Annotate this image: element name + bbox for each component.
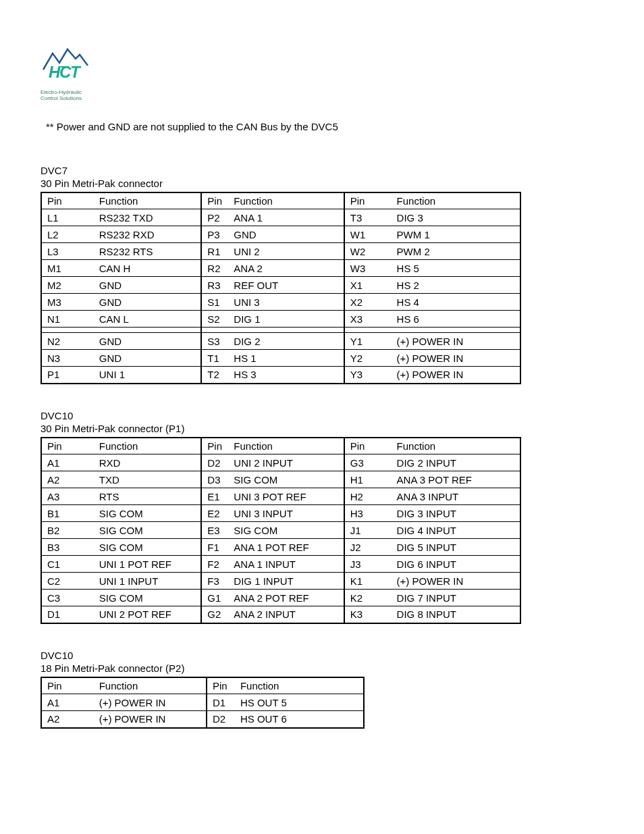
- function-cell: UNI 2 POT REF: [94, 606, 202, 623]
- function-cell: GND: [94, 277, 202, 294]
- pin-cell: H3: [344, 505, 392, 522]
- table-row: A1 RXD D2 UNI 2 INPUT G3 DIG 2 INPUT: [41, 454, 520, 471]
- function-cell: (+) POWER IN: [392, 367, 520, 384]
- function-cell: UNI 2 INPUT: [228, 454, 344, 471]
- header-cell: Pin: [41, 192, 94, 209]
- function-cell: HS 4: [392, 294, 520, 311]
- pin-cell: P3: [201, 226, 228, 243]
- function-cell: REF OUT: [228, 277, 344, 294]
- pin-cell: W2: [344, 243, 392, 260]
- pin-cell: D1: [207, 694, 235, 711]
- function-cell: DIG 1 INPUT: [228, 573, 344, 590]
- pin-cell: E2: [201, 505, 228, 522]
- function-cell: ANA 2: [228, 260, 344, 277]
- pin-cell: D3: [201, 471, 228, 488]
- function-cell: DIG 3 INPUT: [392, 505, 520, 522]
- pin-cell: D1: [41, 606, 94, 623]
- table-row: M2 GND R3 REF OUT X1 HS 2: [41, 277, 520, 294]
- function-cell: PWM 2: [392, 243, 520, 260]
- function-cell: RTS: [94, 488, 202, 505]
- pin-cell: A2: [41, 711, 94, 728]
- function-cell: UNI 1 INPUT: [94, 573, 202, 590]
- function-cell: DIG 1: [228, 311, 344, 328]
- function-cell: RS232 RTS: [94, 243, 202, 260]
- function-cell: ANA 1 POT REF: [228, 539, 344, 556]
- pin-cell: F3: [201, 573, 228, 590]
- table1-subtitle: 30 Pin Metri-Pak connector: [41, 178, 603, 189]
- function-cell: DIG 7 INPUT: [392, 590, 520, 606]
- pin-cell: K3: [344, 606, 392, 623]
- pin-cell: B3: [41, 539, 94, 556]
- header-cell: Pin: [344, 438, 392, 454]
- header-cell: Function: [228, 192, 344, 209]
- function-cell: CAN H: [94, 260, 202, 277]
- pin-cell: S3: [201, 333, 228, 350]
- function-cell: SIG COM: [94, 590, 202, 606]
- function-cell: ANA 1 INPUT: [228, 556, 344, 573]
- pin-cell: G3: [344, 454, 392, 471]
- function-cell: DIG 5 INPUT: [392, 539, 520, 556]
- pin-cell: B1: [41, 505, 94, 522]
- function-cell: (+) POWER IN: [94, 711, 207, 728]
- pin-cell: E1: [201, 488, 228, 505]
- table-row: A2 TXD D3 SIG COM H1 ANA 3 POT REF: [41, 471, 520, 488]
- function-cell: UNI 3: [228, 294, 344, 311]
- logo-tagline-2: Control Solutions: [41, 96, 603, 102]
- function-cell: UNI 1: [94, 367, 202, 384]
- header-cell: Pin: [201, 438, 228, 454]
- function-cell: DIG 8 INPUT: [392, 606, 520, 623]
- function-cell: PWM 1: [392, 226, 520, 243]
- pin-cell: Y1: [344, 333, 392, 350]
- function-cell: (+) POWER IN: [392, 573, 520, 590]
- pin-cell: M3: [41, 294, 94, 311]
- power-note: ** Power and GND are not supplied to the…: [46, 121, 603, 132]
- pin-cell: F2: [201, 556, 228, 573]
- pin-cell: H2: [344, 488, 392, 505]
- pin-cell: A3: [41, 488, 94, 505]
- pin-cell: H1: [344, 471, 392, 488]
- logo-tagline-1: Electro-Hydraulic: [41, 90, 603, 96]
- function-cell: SIG COM: [94, 539, 202, 556]
- pin-cell: X3: [344, 311, 392, 328]
- pin-cell: S2: [201, 311, 228, 328]
- pin-cell: N1: [41, 311, 94, 328]
- header-cell: Pin: [201, 192, 228, 209]
- pin-cell: R1: [201, 243, 228, 260]
- table-row: B1 SIG COM E2 UNI 3 INPUT H3 DIG 3 INPUT: [41, 505, 520, 522]
- function-cell: SIG COM: [94, 505, 202, 522]
- function-cell: RXD: [94, 454, 202, 471]
- header-cell: Function: [392, 192, 520, 209]
- function-cell: ANA 3 INPUT: [392, 488, 520, 505]
- pin-cell: X2: [344, 294, 392, 311]
- pin-cell: N2: [41, 333, 94, 350]
- pin-cell: X1: [344, 277, 392, 294]
- function-cell: ANA 2 POT REF: [228, 590, 344, 606]
- function-cell: (+) POWER IN: [392, 333, 520, 350]
- header-cell: Pin: [207, 677, 235, 694]
- dvc7-table: Pin Function Pin Function Pin FunctionL1…: [41, 192, 521, 384]
- function-cell: UNI 3 POT REF: [228, 488, 344, 505]
- table-row: C3 SIG COM G1 ANA 2 POT REF K2 DIG 7 INP…: [41, 590, 520, 606]
- table-row: C2 UNI 1 INPUT F3 DIG 1 INPUT K1 (+) POW…: [41, 573, 520, 590]
- table-row: A1 (+) POWER IN D1 HS OUT 5: [41, 694, 364, 711]
- table-row: A3 RTS E1 UNI 3 POT REF H2 ANA 3 INPUT: [41, 488, 520, 505]
- pin-cell: W1: [344, 226, 392, 243]
- table1-title: DVC7: [41, 165, 603, 176]
- function-cell: ANA 2 INPUT: [228, 606, 344, 623]
- table-row: A2 (+) POWER IN D2 HS OUT 6: [41, 711, 364, 728]
- function-cell: RS232 TXD: [94, 209, 202, 226]
- table-row: C1 UNI 1 POT REF F2 ANA 1 INPUT J3 DIG 6…: [41, 556, 520, 573]
- pin-cell: T1: [201, 350, 228, 367]
- function-cell: DIG 2: [228, 333, 344, 350]
- header-cell: Pin: [344, 192, 392, 209]
- function-cell: HS 3: [228, 367, 344, 384]
- table3-title: DVC10: [41, 650, 603, 661]
- function-cell: GND: [228, 226, 344, 243]
- header-cell: Function: [94, 192, 202, 209]
- header-cell: Pin: [41, 438, 94, 454]
- pin-cell: J1: [344, 522, 392, 539]
- function-cell: DIG 6 INPUT: [392, 556, 520, 573]
- table-row: L1 RS232 TXD P2 ANA 1 T3 DIG 3: [41, 209, 520, 226]
- table-row: B2 SIG COM E3 SIG COM J1 DIG 4 INPUT: [41, 522, 520, 539]
- pin-cell: R2: [201, 260, 228, 277]
